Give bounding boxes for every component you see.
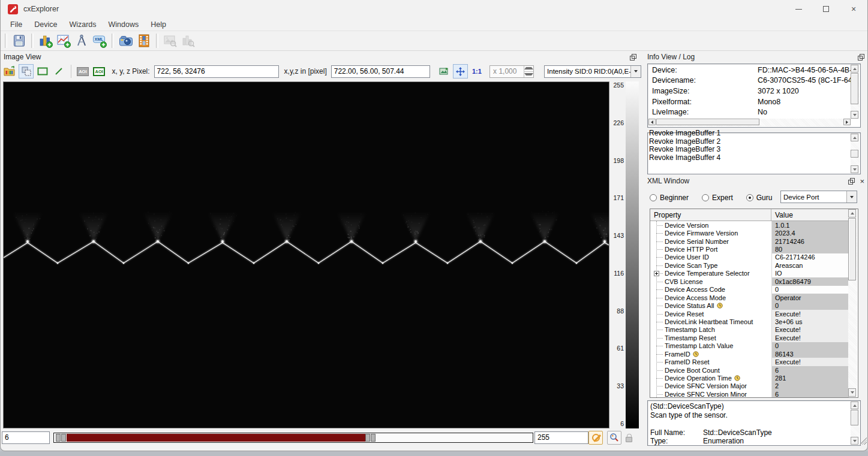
value-cell[interactable]: 2023.4 (771, 229, 849, 237)
dropdown-arrow-icon[interactable] (846, 191, 857, 203)
draw-rectangle-button[interactable] (35, 64, 50, 78)
scroll-thumb[interactable] (848, 218, 856, 280)
range-slider-right-handle2[interactable] (371, 434, 376, 442)
value-cell[interactable]: 281 (771, 374, 849, 382)
menu-item-device[interactable]: Device (28, 19, 63, 30)
subpixel-coords-field[interactable] (331, 65, 430, 78)
table-row[interactable]: Device Serial Number21714246 (650, 237, 849, 245)
scroll-thumb[interactable] (851, 410, 858, 425)
menu-item-help[interactable]: Help (145, 19, 172, 30)
value-cell[interactable]: 86143 (771, 350, 849, 358)
value-cell[interactable]: C6-21714246 (771, 253, 849, 261)
export-image-button[interactable] (437, 64, 451, 78)
pixel-coords-field[interactable] (154, 65, 279, 78)
minimize-button[interactable] (785, 0, 812, 18)
table-row[interactable]: FrameID86143 (650, 350, 849, 358)
table-row[interactable]: Device User IDC6-21714246 (650, 253, 849, 261)
spinner-down-button[interactable] (524, 71, 533, 77)
scroll-thumb[interactable] (656, 119, 759, 125)
save-button[interactable] (10, 32, 28, 49)
value-column-header[interactable]: Value (771, 209, 849, 221)
spinner-up-button[interactable] (524, 66, 533, 71)
live-grab-button[interactable] (135, 32, 153, 49)
table-row[interactable]: Device Temperature SelectorIO (650, 270, 849, 277)
table-row[interactable]: Device HTTP Port80 (650, 245, 849, 253)
table-row[interactable]: Device SFNC Version Minor6 (650, 390, 849, 397)
close-button[interactable]: × (840, 0, 867, 18)
scroll-thumb[interactable] (851, 73, 858, 104)
table-row[interactable]: Timestamp Latch Value0 (650, 342, 849, 350)
description-vscrollbar[interactable] (851, 401, 860, 445)
auto-range-button[interactable] (588, 431, 603, 445)
table-row[interactable]: Device Access ModeOperator (650, 294, 849, 301)
radio-option-expert[interactable]: Expert (702, 194, 733, 202)
zoom-fit-button[interactable] (607, 431, 621, 445)
pan-tool-button[interactable] (453, 64, 467, 78)
property-column-header[interactable]: Property (650, 209, 771, 221)
table-vscrollbar[interactable] (848, 209, 857, 397)
maximize-button[interactable] (812, 0, 840, 18)
measure-button[interactable] (73, 32, 91, 49)
select-tool-button[interactable] (19, 64, 33, 78)
radio-option-guru[interactable]: Guru (746, 194, 773, 202)
range-slider-right-handle[interactable] (365, 434, 370, 442)
table-row[interactable]: Device SFNC Version Major2 (650, 382, 849, 390)
radio-option-beginner[interactable]: Beginner (650, 194, 689, 202)
table-row[interactable]: Device Firmware Version2023.4 (650, 229, 849, 237)
new-xml-window-button[interactable]: XML (91, 32, 109, 49)
image-canvas[interactable] (3, 81, 609, 428)
value-cell[interactable]: 3e+06 us (771, 318, 849, 325)
menu-item-wizards[interactable]: Wizards (63, 19, 102, 30)
value-cell[interactable]: 6 (771, 390, 849, 397)
aoi-button[interactable]: AOI (92, 64, 106, 78)
scroll-down-button[interactable] (851, 165, 858, 173)
scroll-thumb[interactable] (851, 150, 858, 158)
value-cell[interactable]: Execute! (771, 326, 849, 334)
value-cell[interactable]: Execute! (771, 334, 849, 342)
float-panel-icon[interactable] (848, 178, 855, 185)
table-row[interactable]: Device Operation Time281 (650, 374, 849, 382)
value-cell[interactable]: Operator (771, 294, 849, 301)
dropdown-arrow-icon[interactable] (630, 66, 641, 77)
value-cell[interactable]: 80 (771, 245, 849, 253)
value-cell[interactable]: 1.0.1 (771, 221, 849, 229)
new-profile-view-button[interactable] (55, 32, 73, 49)
value-cell[interactable]: 21714246 (771, 237, 849, 245)
scroll-down-button[interactable] (851, 437, 858, 445)
float-panel-icon[interactable] (630, 54, 636, 61)
scroll-down-button[interactable] (851, 111, 858, 119)
log-vscrollbar[interactable] (851, 134, 860, 173)
menu-item-windows[interactable]: Windows (103, 19, 145, 30)
table-row[interactable]: Device Status All0 (650, 301, 849, 309)
scroll-right-button[interactable] (843, 119, 851, 125)
value-cell[interactable]: Execute! (771, 310, 849, 318)
zoom-factor-spinner[interactable]: x 1,000 (489, 65, 534, 78)
scroll-up-button[interactable] (848, 209, 856, 218)
port-selector-dropdown[interactable]: Device Port (780, 191, 857, 203)
info-vscrollbar[interactable] (851, 65, 860, 119)
scroll-up-button[interactable] (851, 401, 858, 409)
table-row[interactable]: Device ResetExecute! (650, 310, 849, 318)
value-cell[interactable]: 0 (771, 301, 849, 309)
range-slider-left-handle[interactable] (56, 434, 61, 442)
scroll-down-button[interactable] (848, 388, 856, 397)
scroll-up-button[interactable] (851, 65, 858, 73)
draw-line-button[interactable] (52, 64, 66, 78)
table-row[interactable]: Device Boot Count6 (650, 366, 849, 374)
range-slider[interactable] (53, 433, 533, 443)
table-row[interactable]: Timestamp ResetExecute! (650, 334, 849, 342)
table-row[interactable]: CVB License0x1ac86479 (650, 277, 849, 285)
close-panel-icon[interactable]: × (860, 178, 864, 185)
table-row[interactable]: Device Version1.0.1 (650, 221, 849, 229)
table-row[interactable]: Device Scan TypeAreascan (650, 261, 849, 269)
range-slider-left-handle2[interactable] (61, 434, 66, 442)
value-cell[interactable]: 6 (771, 366, 849, 374)
open-image-button[interactable] (2, 64, 17, 78)
info-hscrollbar[interactable] (648, 119, 851, 126)
scroll-up-button[interactable] (851, 134, 858, 141)
range-max-field[interactable] (534, 431, 588, 444)
value-cell[interactable]: 0 (771, 286, 849, 294)
new-image-view-button[interactable] (37, 32, 55, 49)
scroll-left-button[interactable] (648, 119, 656, 125)
table-row[interactable]: Timestamp LatchExecute! (650, 326, 849, 334)
